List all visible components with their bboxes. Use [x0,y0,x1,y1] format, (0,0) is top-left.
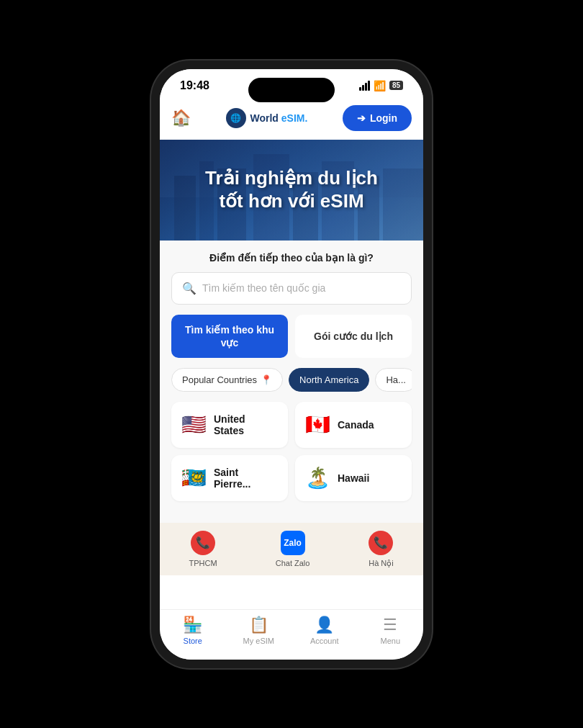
status-time: 19:48 [180,79,209,92]
dynamic-island [248,78,335,102]
login-label: Login [370,112,397,124]
tab-plan[interactable]: Gói cước du lịch [295,315,412,358]
globe-icon: 🌐 [226,108,246,128]
my-esim-label: My eSIM [243,637,274,645]
hero-text: Trải nghiệm du lịch tốt hơn với eSIM [198,167,385,212]
nav-account[interactable]: 👤 Account [303,616,346,645]
ca-name: Canada [338,419,374,431]
store-label: Store [184,637,202,645]
ha-noi-phone-icon: 📞 [368,530,394,556]
tphcm-phone-icon: 📞 [190,530,216,556]
ca-flag: 🇨🇦 [305,415,330,435]
app-logo: 🌐 World eSIM. [226,108,308,128]
nav-store[interactable]: 🏪 Store [171,616,214,645]
main-content: 🏠 🌐 World eSIM. ➔ Login [160,96,423,609]
menu-label: Menu [380,637,400,645]
ha-noi-label: Hà Nội [369,559,394,568]
filter-row: Popular Countries 📍 North America Ha... [171,368,412,392]
phone-frame: 19:48 📶 85 🏠 🌐 World eSI [151,60,432,668]
us-flag: 🇺🇸 [181,415,207,435]
login-button[interactable]: ➔ Login [343,105,412,131]
action-chat-zalo[interactable]: Zalo Chat Zalo [276,530,310,568]
phone-screen: 19:48 📶 85 🏠 🌐 World eSI [160,69,423,660]
account-label: Account [310,637,339,645]
action-bar: 📞 TPHCM Zalo Chat Zalo 📞 Hà Nội [160,523,423,575]
location-icon: 📍 [261,374,272,385]
hero-overlay: Trải nghiệm du lịch tốt hơn với eSIM [160,140,423,241]
search-section: Điểm đến tiếp theo của bạn là gì? 🔍 Tìm … [160,241,423,523]
us-name: United States [214,413,278,436]
zalo-icon-wrap: Zalo [280,530,306,556]
search-box[interactable]: 🔍 Tìm kiếm theo tên quốc gia [171,272,412,305]
saint-pierre-name: Saint Pierre... [214,467,278,490]
filter-north-america[interactable]: North America [289,368,369,392]
hero-line1: Trải nghiệm du lịch [205,167,378,189]
filter-popular-label: Popular Countries [182,374,257,385]
signal-icon [359,81,370,91]
search-placeholder: Tìm kiếm theo tên quốc gia [202,282,325,294]
section-title: Điểm đến tiếp theo của bạn là gì? [171,252,412,264]
chat-zalo-label: Chat Zalo [276,559,310,567]
my-esim-icon: 📋 [249,616,268,634]
tab-row: Tìm kiếm theo khu vực Gói cước du lịch [171,315,412,358]
menu-icon: ☰ [383,616,397,634]
country-hawaii[interactable]: 🏝️ Hawaii [295,455,412,501]
home-icon[interactable]: 🏠 [171,109,191,127]
action-ha-noi[interactable]: 📞 Hà Nội [368,530,394,568]
hawaii-flag: 🏝️ [305,468,330,488]
filter-popular[interactable]: Popular Countries 📍 [171,368,283,392]
nav-menu[interactable]: ☰ Menu [369,616,412,645]
saint-pierre-flag: 🇵🇲 [181,468,207,488]
hero-line2: tốt hơn với eSIM [205,190,378,212]
app-header: 🏠 🌐 World eSIM. ➔ Login [160,96,423,140]
logo-text: World eSIM. [250,112,308,124]
bottom-nav: 🏪 Store 📋 My eSIM 👤 Account ☰ Menu [160,609,423,660]
filter-hawaii-label: Ha... [386,374,405,385]
country-grid: 🇺🇸 United States 🇨🇦 Canada 🇵🇲 Saint Pier… [171,402,412,501]
battery-icon: 85 [389,81,403,90]
nav-my-esim[interactable]: 📋 My eSIM [237,616,280,645]
country-saint-pierre[interactable]: 🇵🇲 Saint Pierre... [171,455,288,501]
search-icon: 🔍 [182,282,196,295]
country-ca[interactable]: 🇨🇦 Canada [295,402,412,448]
store-icon: 🏪 [183,616,202,634]
action-tphcm[interactable]: 📞 TPHCM [189,530,217,568]
status-icons: 📶 85 [359,80,403,91]
account-icon: 👤 [315,616,334,634]
hero-banner: Trải nghiệm du lịch tốt hơn với eSIM [160,140,423,241]
country-us[interactable]: 🇺🇸 United States [171,402,288,448]
wifi-icon: 📶 [374,80,386,91]
hero-background: Trải nghiệm du lịch tốt hơn với eSIM [160,140,423,241]
tphcm-label: TPHCM [189,559,217,567]
tab-region[interactable]: Tìm kiếm theo khu vực [171,315,288,358]
filter-north-america-label: North America [299,374,358,385]
login-arrow-icon: ➔ [357,112,366,124]
filter-hawaii[interactable]: Ha... [375,368,412,392]
hawaii-name: Hawaii [338,472,369,484]
